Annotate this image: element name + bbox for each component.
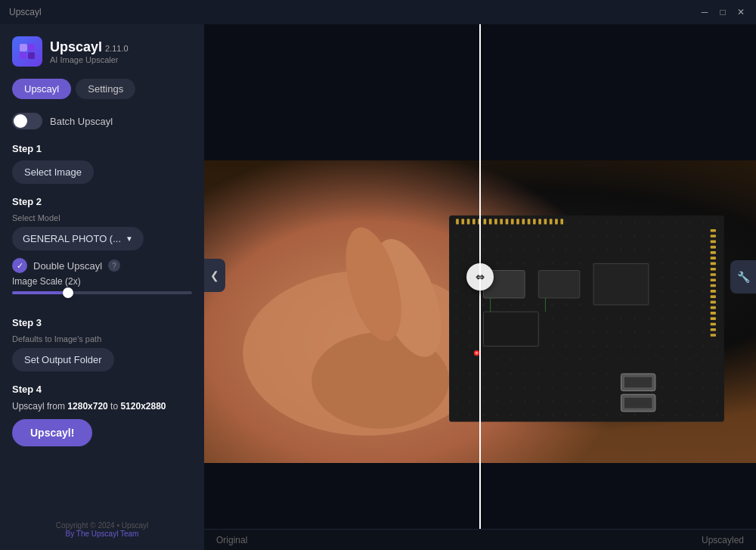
upscaled-size: 5120x2880 — [120, 401, 166, 412]
svg-rect-1 — [28, 44, 35, 51]
batch-toggle-row: Batch Upscayl — [12, 113, 192, 129]
model-dropdown-button[interactable]: GENERAL PHOTO (... ▼ — [12, 227, 144, 250]
svg-rect-16 — [489, 219, 492, 224]
upscayled-label: Upscayled — [702, 535, 744, 545]
tab-settings[interactable]: Settings — [76, 79, 135, 99]
app-logo-icon — [12, 36, 42, 67]
image-compare: ⇔ 🔧 — [204, 24, 756, 529]
upscayl-button[interactable]: Upscayl! — [12, 419, 92, 446]
svg-rect-53 — [711, 290, 716, 293]
sidebar-footer: Copyright © 2024 • Upscayl By The Upscay… — [12, 509, 192, 538]
svg-rect-31 — [538, 271, 580, 298]
svg-rect-54 — [711, 295, 716, 298]
svg-rect-12 — [467, 219, 470, 224]
original-size: 1280x720 — [67, 401, 107, 412]
titlebar-controls: ─ □ ✕ — [699, 6, 747, 18]
logo-area: Upscayl 2.11.0 AI Image Upscaler — [12, 36, 192, 67]
svg-rect-51 — [711, 279, 716, 282]
svg-rect-43 — [711, 235, 716, 238]
team-link[interactable]: By The Upscayl Team — [66, 530, 139, 538]
svg-rect-27 — [550, 219, 553, 224]
logo-text: Upscayl 2.11.0 AI Image Upscaler — [50, 39, 129, 64]
toggle-knob — [14, 114, 27, 128]
svg-rect-22 — [522, 219, 525, 224]
step4-section: Step 4 Upscayl from 1280x720 to 5120x288… — [12, 384, 192, 446]
svg-rect-29 — [560, 219, 563, 224]
svg-rect-61 — [711, 334, 716, 337]
scale-slider-thumb[interactable] — [63, 287, 73, 298]
app-version: 2.11.0 — [105, 44, 129, 53]
collapse-sidebar-button[interactable]: ❮ — [204, 259, 225, 292]
svg-rect-58 — [711, 317, 716, 320]
close-button[interactable]: ✕ — [735, 6, 747, 18]
svg-rect-57 — [711, 312, 716, 315]
main-content: ⇔ 🔧 Original Upscayled — [204, 24, 756, 550]
svg-rect-50 — [711, 273, 716, 276]
model-dropdown-label: GENERAL PHOTO (... — [23, 233, 121, 244]
select-model-label: Select Model — [12, 213, 192, 222]
svg-rect-28 — [555, 219, 558, 224]
svg-rect-35 — [624, 398, 652, 409]
wrench-icon: 🔧 — [737, 271, 750, 283]
step4-heading: Step 4 — [12, 384, 192, 395]
titlebar: Upscayl ─ □ ✕ — [0, 0, 756, 24]
svg-rect-21 — [516, 219, 519, 224]
svg-rect-0 — [20, 44, 27, 51]
set-output-folder-button[interactable]: Set Output Folder — [12, 348, 114, 371]
image-labels-bar: Original Upscayled — [204, 529, 756, 550]
compare-wrapper: ⇔ — [204, 24, 756, 529]
scale-slider-fill — [12, 291, 66, 294]
divider-arrows-icon: ⇔ — [476, 271, 485, 283]
maximize-button[interactable]: □ — [717, 6, 729, 18]
svg-rect-59 — [711, 323, 716, 326]
svg-rect-17 — [494, 219, 497, 224]
double-upscayl-row: ✓ Double Upscayl ? — [12, 258, 192, 273]
svg-rect-47 — [711, 256, 716, 259]
svg-rect-24 — [533, 219, 536, 224]
help-icon-label: ? — [112, 262, 116, 270]
app-name: Upscayl — [50, 39, 102, 55]
info-prefix: Upscayl from — [12, 401, 67, 412]
step2-heading: Step 2 — [12, 196, 192, 207]
svg-point-39 — [476, 352, 479, 355]
svg-rect-33 — [484, 312, 539, 346]
step2-section: Step 2 Select Model GENERAL PHOTO (... ▼… — [12, 196, 192, 305]
batch-toggle-label: Batch Upscayl — [50, 116, 113, 127]
double-upscayl-checkbox[interactable]: ✓ — [12, 258, 27, 273]
svg-rect-19 — [506, 219, 509, 224]
svg-rect-13 — [472, 219, 476, 224]
step3-heading: Step 3 — [12, 317, 192, 328]
titlebar-title: Upscayl — [9, 7, 42, 17]
svg-rect-26 — [544, 219, 547, 224]
svg-rect-46 — [711, 251, 716, 254]
batch-toggle[interactable] — [12, 113, 42, 129]
tab-upscayl[interactable]: Upscayl — [12, 79, 71, 99]
step1-section: Step 1 Select Image — [12, 143, 192, 184]
svg-rect-52 — [711, 284, 716, 287]
copyright-text: Copyright © 2024 • Upscayl — [12, 521, 192, 530]
svg-rect-18 — [500, 219, 503, 224]
chevron-down-icon: ▼ — [125, 235, 133, 243]
sidebar: Upscayl 2.11.0 AI Image Upscaler Upscayl… — [0, 24, 204, 550]
collapse-left-icon: ❮ — [210, 269, 219, 281]
divider-handle[interactable]: ⇔ — [466, 263, 494, 291]
svg-rect-42 — [711, 229, 716, 232]
upscayl-info: Upscayl from 1280x720 to 5120x2880 — [12, 401, 192, 412]
double-upscayl-label: Double Upscayl — [33, 260, 102, 272]
help-icon[interactable]: ? — [108, 259, 120, 272]
minimize-button[interactable]: ─ — [699, 6, 711, 18]
svg-rect-37 — [624, 378, 652, 388]
select-image-button[interactable]: Select Image — [12, 160, 94, 184]
svg-rect-44 — [711, 241, 716, 244]
app-body: Upscayl 2.11.0 AI Image Upscaler Upscayl… — [0, 24, 756, 550]
svg-rect-11 — [461, 219, 464, 224]
settings-panel-button[interactable]: 🔧 — [730, 260, 756, 294]
svg-rect-15 — [484, 219, 487, 224]
svg-rect-60 — [711, 328, 716, 331]
svg-rect-10 — [456, 219, 459, 224]
info-connector: to — [108, 401, 121, 412]
svg-rect-45 — [711, 246, 716, 249]
svg-rect-56 — [711, 306, 716, 309]
svg-rect-32 — [593, 264, 649, 306]
scale-label: Image Scale (2x) — [12, 276, 192, 287]
